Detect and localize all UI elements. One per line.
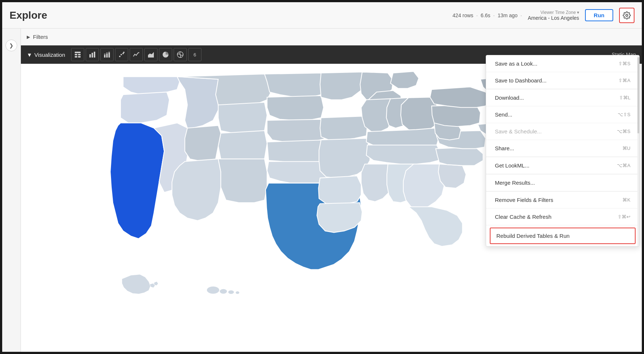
sidebar-toggle-area: ❯ xyxy=(2,29,21,352)
viewer-tz-value: America - Los Angeles xyxy=(528,15,579,21)
menu-item-send[interactable]: Send... ⌥⇧S xyxy=(486,106,639,123)
time-ago: 13m ago xyxy=(497,12,517,18)
scrollbar-thumb xyxy=(637,57,639,133)
map-icon xyxy=(177,51,184,58)
shortcut-remove-fields: ⌘K xyxy=(622,197,630,203)
shortcut-save-to-dashboard: ⇧⌘A xyxy=(618,78,630,83)
svg-rect-3 xyxy=(78,54,81,55)
menu-label-share: Share... xyxy=(495,145,514,151)
menu-item-download[interactable]: Download... ⇧⌘L xyxy=(486,89,639,106)
scatter-icon-btn[interactable] xyxy=(115,48,128,61)
page-title: Explore xyxy=(10,10,47,21)
svg-point-25 xyxy=(236,291,240,294)
area-chart-icon xyxy=(148,51,154,58)
svg-rect-6 xyxy=(89,54,91,58)
more-viz-label: 6 xyxy=(193,52,196,58)
menu-label-download: Download... xyxy=(495,95,524,101)
sidebar-toggle-button[interactable]: ❯ xyxy=(5,40,17,51)
svg-rect-7 xyxy=(92,53,93,58)
shortcut-clear-cache: ⇧⌘↩ xyxy=(618,214,630,220)
query-duration: 6.6s xyxy=(481,12,490,18)
app-frame: Explore 424 rows · 6.6s · 13m ago · View… xyxy=(0,0,644,354)
svg-rect-4 xyxy=(75,56,77,58)
svg-rect-5 xyxy=(78,56,81,58)
viz-label: ▼ Visualization xyxy=(27,52,65,58)
menu-item-clear-cache[interactable]: Clear Cache & Refresh ⇧⌘↩ xyxy=(486,209,639,225)
gear-button[interactable] xyxy=(619,8,634,23)
menu-item-rebuild-derived[interactable]: Rebuild Derived Tables & Run xyxy=(490,228,636,244)
line-chart-icon-btn[interactable] xyxy=(130,48,143,61)
dot2: · xyxy=(493,12,495,18)
svg-rect-12 xyxy=(106,52,108,54)
table-icon-btn[interactable] xyxy=(71,48,84,61)
menu-label-clear-cache: Clear Cache & Refresh xyxy=(495,214,551,220)
dot3: · xyxy=(521,12,522,18)
line-chart-icon xyxy=(133,51,140,58)
menu-item-share[interactable]: Share... ⌘U xyxy=(486,140,639,157)
menu-label-rebuild-derived: Rebuild Derived Tables & Run xyxy=(496,233,570,239)
svg-rect-9 xyxy=(104,55,106,58)
scatter-icon xyxy=(118,51,125,58)
table-icon xyxy=(74,51,81,58)
svg-rect-8 xyxy=(94,52,95,58)
svg-point-23 xyxy=(219,289,227,294)
shortcut-save-schedule: ⌥⌘S xyxy=(617,129,630,134)
viewer-tz-label: Viewer Time Zone ▾ xyxy=(540,10,579,15)
svg-rect-13 xyxy=(108,53,110,58)
area-chart-icon-btn[interactable] xyxy=(144,48,158,61)
map-icon-btn[interactable] xyxy=(174,48,187,61)
menu-item-get-lookml[interactable]: Get LookML... ⌥⌘A xyxy=(486,157,639,174)
pie-chart-icon-btn[interactable] xyxy=(159,48,172,61)
header: Explore 424 rows · 6.6s · 13m ago · View… xyxy=(2,2,642,29)
svg-rect-10 xyxy=(104,54,106,55)
svg-marker-19 xyxy=(148,52,154,58)
filters-toggle-arrow[interactable]: ▶ xyxy=(27,34,30,40)
menu-item-save-as-look[interactable]: Save as a Look... ⇧⌘S xyxy=(486,55,639,72)
menu-label-get-lookml: Get LookML... xyxy=(495,162,529,169)
svg-point-0 xyxy=(626,14,628,16)
stacked-bar-icon-btn[interactable] xyxy=(100,48,114,61)
svg-rect-11 xyxy=(106,54,108,58)
svg-point-24 xyxy=(228,290,234,294)
main-content: ❯ ▶ Filters ▼ Visualization xyxy=(2,29,642,352)
dot1: · xyxy=(476,12,478,18)
menu-item-save-to-dashboard[interactable]: Save to Dashboard... ⇧⌘A xyxy=(486,72,639,89)
filters-bar: ▶ Filters xyxy=(21,29,642,45)
svg-point-22 xyxy=(207,286,219,294)
shortcut-get-lookml: ⌥⌘A xyxy=(617,163,630,168)
svg-point-16 xyxy=(121,54,122,55)
shortcut-save-as-look: ⇧⌘S xyxy=(618,61,630,66)
more-viz-icon-btn[interactable]: 6 xyxy=(188,48,201,61)
scrollbar[interactable] xyxy=(637,55,639,246)
svg-rect-14 xyxy=(108,52,110,53)
filters-label: Filters xyxy=(33,34,48,40)
settings-dropdown: Save as a Look... ⇧⌘S Save to Dashboard.… xyxy=(486,55,640,247)
pie-chart-icon xyxy=(162,51,169,58)
shortcut-share: ⌘U xyxy=(622,145,630,151)
menu-item-save-schedule: Save & Schedule... ⌥⌘S xyxy=(486,123,639,140)
bar-chart-icon-btn[interactable] xyxy=(86,48,99,61)
menu-item-merge-results[interactable]: Merge Results... xyxy=(486,174,639,191)
menu-item-remove-fields[interactable]: Remove Fields & Filters ⌘K xyxy=(486,192,639,209)
shortcut-download: ⇧⌘L xyxy=(619,95,630,100)
rows-count: 424 rows xyxy=(452,12,473,18)
menu-label-merge-results: Merge Results... xyxy=(495,180,535,186)
svg-point-15 xyxy=(119,56,121,57)
svg-rect-1 xyxy=(75,52,81,53)
menu-label-save-as-look: Save as a Look... xyxy=(495,60,537,67)
shortcut-send: ⌥⇧S xyxy=(618,112,630,117)
gear-icon xyxy=(623,11,631,19)
header-meta: 424 rows · 6.6s · 13m ago · xyxy=(452,12,522,18)
svg-point-18 xyxy=(123,52,125,53)
menu-label-save-schedule: Save & Schedule... xyxy=(495,128,542,134)
menu-label-remove-fields: Remove Fields & Filters xyxy=(495,197,553,203)
menu-label-save-to-dashboard: Save to Dashboard... xyxy=(495,77,547,84)
viewer-timezone[interactable]: Viewer Time Zone ▾ America - Los Angeles xyxy=(528,10,579,21)
run-button[interactable]: Run xyxy=(585,9,613,21)
svg-rect-2 xyxy=(75,54,77,55)
menu-label-send: Send... xyxy=(495,111,512,118)
stacked-bar-icon xyxy=(104,51,110,58)
bar-chart-icon xyxy=(89,51,96,58)
